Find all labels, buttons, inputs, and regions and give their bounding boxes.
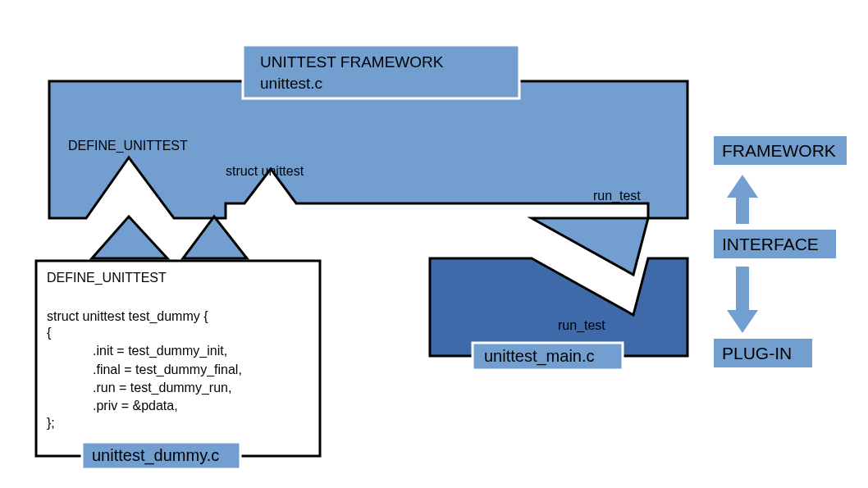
struct-unittest-label-top: struct unittest <box>226 164 304 178</box>
interface-label: INTERFACE <box>722 235 819 253</box>
code-line6: .run = test_dummy_run, <box>93 381 231 395</box>
svg-marker-7 <box>727 175 758 224</box>
down-arrow-icon <box>727 267 758 333</box>
dummy-file-label: unittest_dummy.c <box>92 446 219 465</box>
title-line1: UNITTEST FRAMEWORK <box>260 53 444 71</box>
dummy-file-label-box: unittest_dummy.c <box>82 442 240 469</box>
up-arrow-icon <box>727 175 758 224</box>
run-test-label-top: run_test <box>593 189 641 203</box>
code-line3: { <box>47 326 52 340</box>
code-line1: DEFINE_UNITTEST <box>47 271 167 285</box>
right-labels-group: FRAMEWORK INTERFACE PLUG-IN <box>714 136 847 367</box>
code-line2: struct unittest test_dummy { <box>47 309 208 324</box>
main-file-label: unittest_main.c <box>484 347 595 366</box>
code-line5: .final = test_dummy_final, <box>93 363 242 377</box>
code-line4: .init = test_dummy_init, <box>93 344 227 358</box>
plugin-label: PLUG-IN <box>722 344 792 363</box>
triangle-struct <box>183 217 247 258</box>
diagram-canvas: UNITTEST FRAMEWORK unittest.c DEFINE_UNI… <box>0 0 868 488</box>
svg-marker-8 <box>727 267 758 333</box>
title-line2: unittest.c <box>260 75 322 92</box>
code-line7: .priv = &pdata, <box>93 399 178 413</box>
code-box: DEFINE_UNITTEST struct unittest test_dum… <box>36 261 320 456</box>
framework-label: FRAMEWORK <box>722 141 836 160</box>
plugin-main-box: run_test <box>430 258 688 356</box>
triangles-group <box>92 217 247 258</box>
triangle-define <box>92 217 167 258</box>
code-line8: }; <box>47 416 55 430</box>
run-test-label-bottom: run_test <box>558 318 605 333</box>
define-unittest-label-top: DEFINE_UNITTEST <box>68 139 188 153</box>
title-box: UNITTEST FRAMEWORK unittest.c <box>243 45 519 98</box>
main-file-label-box: unittest_main.c <box>473 343 623 370</box>
svg-rect-2 <box>36 261 320 456</box>
